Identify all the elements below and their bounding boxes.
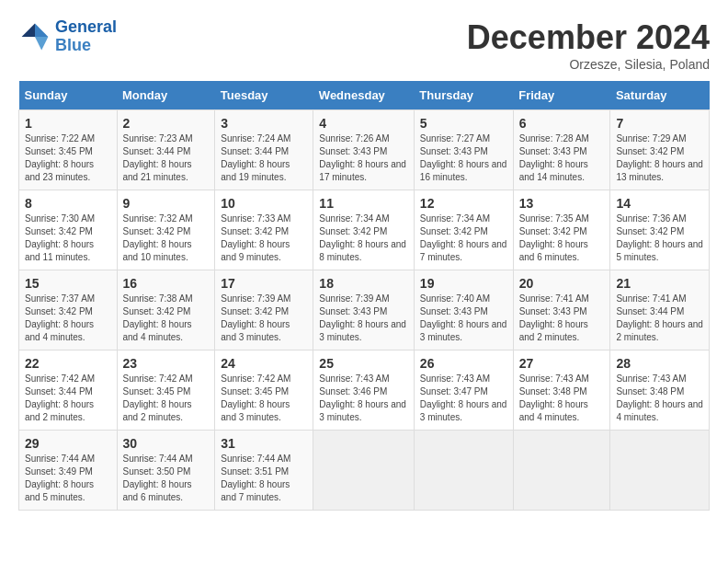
day-info: Sunrise: 7:43 AMSunset: 3:46 PMDaylight:… [319,373,408,424]
day-info: Sunrise: 7:41 AMSunset: 3:44 PMDaylight:… [616,293,703,344]
calendar-cell: 2Sunrise: 7:23 AMSunset: 3:44 PMDaylight… [117,110,215,190]
calendar-cell: 14Sunrise: 7:36 AMSunset: 3:42 PMDayligh… [610,190,710,270]
calendar-cell: 12Sunrise: 7:34 AMSunset: 3:42 PMDayligh… [414,190,513,270]
day-number: 31 [221,436,307,451]
calendar-cell: 10Sunrise: 7:33 AMSunset: 3:42 PMDayligh… [215,190,313,270]
day-number: 26 [420,356,507,371]
day-info: Sunrise: 7:24 AMSunset: 3:44 PMDaylight:… [221,132,307,184]
day-info: Sunrise: 7:39 AMSunset: 3:43 PMDaylight:… [319,293,408,344]
day-info: Sunrise: 7:42 AMSunset: 3:45 PMDaylight:… [221,373,307,424]
calendar-cell: 7Sunrise: 7:29 AMSunset: 3:42 PMDaylight… [610,110,710,190]
day-info: Sunrise: 7:42 AMSunset: 3:45 PMDaylight:… [123,373,210,424]
calendar-cell: 25Sunrise: 7:43 AMSunset: 3:46 PMDayligh… [313,350,415,431]
day-info: Sunrise: 7:23 AMSunset: 3:44 PMDaylight:… [123,132,210,184]
calendar-cell: 6Sunrise: 7:28 AMSunset: 3:43 PMDaylight… [513,110,610,190]
calendar-week-row: 29Sunrise: 7:44 AMSunset: 3:49 PMDayligh… [19,431,710,511]
day-number: 12 [420,196,507,211]
calendar-cell [513,431,610,511]
day-number: 2 [123,116,210,131]
calendar-cell: 21Sunrise: 7:41 AMSunset: 3:44 PMDayligh… [610,270,710,350]
day-number: 27 [519,356,605,371]
title-block: December 2024 Orzesze, Silesia, Poland [467,18,710,72]
calendar-cell: 15Sunrise: 7:37 AMSunset: 3:42 PMDayligh… [19,270,118,350]
day-info: Sunrise: 7:22 AMSunset: 3:45 PMDaylight:… [25,132,111,184]
day-info: Sunrise: 7:32 AMSunset: 3:42 PMDaylight:… [123,213,210,264]
day-info: Sunrise: 7:34 AMSunset: 3:42 PMDaylight:… [319,213,408,264]
calendar-cell: 26Sunrise: 7:43 AMSunset: 3:47 PMDayligh… [414,350,513,431]
day-number: 21 [616,276,703,291]
calendar-cell [610,431,710,511]
logo-text: General Blue [55,18,117,55]
day-info: Sunrise: 7:38 AMSunset: 3:42 PMDaylight:… [123,293,210,344]
col-thursday: Thursday [414,81,513,110]
col-tuesday: Tuesday [215,81,313,110]
calendar-cell [313,431,415,511]
day-number: 29 [25,436,111,451]
calendar-cell [414,431,513,511]
svg-marker-1 [22,23,35,36]
page-header: General Blue December 2024 Orzesze, Sile… [18,18,710,72]
day-info: Sunrise: 7:37 AMSunset: 3:42 PMDaylight:… [25,293,111,344]
calendar-cell: 9Sunrise: 7:32 AMSunset: 3:42 PMDaylight… [117,190,215,270]
day-info: Sunrise: 7:44 AMSunset: 3:50 PMDaylight:… [123,453,210,504]
calendar-week-row: 1Sunrise: 7:22 AMSunset: 3:45 PMDaylight… [19,110,710,190]
calendar-cell: 23Sunrise: 7:42 AMSunset: 3:45 PMDayligh… [117,350,215,431]
day-info: Sunrise: 7:34 AMSunset: 3:42 PMDaylight:… [420,213,507,264]
logo-icon [18,20,51,53]
svg-marker-2 [35,37,48,50]
calendar-cell: 11Sunrise: 7:34 AMSunset: 3:42 PMDayligh… [313,190,415,270]
calendar-cell: 13Sunrise: 7:35 AMSunset: 3:42 PMDayligh… [513,190,610,270]
location-subtitle: Orzesze, Silesia, Poland [467,57,710,72]
day-info: Sunrise: 7:30 AMSunset: 3:42 PMDaylight:… [25,213,111,264]
calendar-cell: 5Sunrise: 7:27 AMSunset: 3:43 PMDaylight… [414,110,513,190]
day-info: Sunrise: 7:27 AMSunset: 3:43 PMDaylight:… [420,132,507,184]
svg-marker-0 [35,23,48,36]
calendar-cell: 29Sunrise: 7:44 AMSunset: 3:49 PMDayligh… [19,431,118,511]
day-number: 14 [616,196,703,211]
day-number: 24 [221,356,307,371]
day-number: 7 [616,116,703,131]
day-info: Sunrise: 7:42 AMSunset: 3:44 PMDaylight:… [25,373,111,424]
day-number: 15 [25,276,111,291]
day-info: Sunrise: 7:43 AMSunset: 3:47 PMDaylight:… [420,373,507,424]
calendar-cell: 27Sunrise: 7:43 AMSunset: 3:48 PMDayligh… [513,350,610,431]
calendar-cell: 17Sunrise: 7:39 AMSunset: 3:42 PMDayligh… [215,270,313,350]
day-info: Sunrise: 7:29 AMSunset: 3:42 PMDaylight:… [616,132,703,184]
day-info: Sunrise: 7:43 AMSunset: 3:48 PMDaylight:… [519,373,605,424]
day-number: 22 [25,356,111,371]
day-info: Sunrise: 7:33 AMSunset: 3:42 PMDaylight:… [221,213,307,264]
day-info: Sunrise: 7:36 AMSunset: 3:42 PMDaylight:… [616,213,703,264]
day-info: Sunrise: 7:26 AMSunset: 3:43 PMDaylight:… [319,132,408,184]
calendar-cell: 28Sunrise: 7:43 AMSunset: 3:48 PMDayligh… [610,350,710,431]
day-number: 18 [319,276,408,291]
day-number: 17 [221,276,307,291]
calendar-cell: 4Sunrise: 7:26 AMSunset: 3:43 PMDaylight… [313,110,415,190]
day-number: 3 [221,116,307,131]
day-info: Sunrise: 7:44 AMSunset: 3:49 PMDaylight:… [25,453,111,504]
day-info: Sunrise: 7:39 AMSunset: 3:42 PMDaylight:… [221,293,307,344]
day-number: 11 [319,196,408,211]
day-number: 4 [319,116,408,131]
day-number: 1 [25,116,111,131]
calendar-cell: 16Sunrise: 7:38 AMSunset: 3:42 PMDayligh… [117,270,215,350]
calendar-cell: 19Sunrise: 7:40 AMSunset: 3:43 PMDayligh… [414,270,513,350]
month-title: December 2024 [467,18,710,57]
col-sunday: Sunday [19,81,118,110]
day-number: 5 [420,116,507,131]
day-info: Sunrise: 7:43 AMSunset: 3:48 PMDaylight:… [616,373,703,424]
day-number: 6 [519,116,605,131]
day-number: 10 [221,196,307,211]
day-number: 23 [123,356,210,371]
calendar-cell: 30Sunrise: 7:44 AMSunset: 3:50 PMDayligh… [117,431,215,511]
day-info: Sunrise: 7:40 AMSunset: 3:43 PMDaylight:… [420,293,507,344]
calendar-cell: 22Sunrise: 7:42 AMSunset: 3:44 PMDayligh… [19,350,118,431]
calendar-header-row: Sunday Monday Tuesday Wednesday Thursday… [19,81,710,110]
calendar-cell: 24Sunrise: 7:42 AMSunset: 3:45 PMDayligh… [215,350,313,431]
day-number: 13 [519,196,605,211]
day-number: 30 [123,436,210,451]
day-info: Sunrise: 7:28 AMSunset: 3:43 PMDaylight:… [519,132,605,184]
calendar-week-row: 8Sunrise: 7:30 AMSunset: 3:42 PMDaylight… [19,190,710,270]
calendar-cell: 18Sunrise: 7:39 AMSunset: 3:43 PMDayligh… [313,270,415,350]
day-number: 28 [616,356,703,371]
col-friday: Friday [513,81,610,110]
